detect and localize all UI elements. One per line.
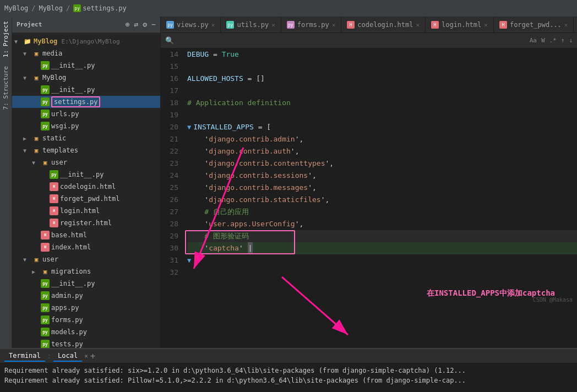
- sidebar-item-wsgi[interactable]: py wsgi.py: [12, 120, 160, 132]
- sidebar: Project ⊕ ⇄ ⚙ − ▼ 📁 MyBlog E:\Django\MyB…: [12, 17, 161, 348]
- sidebar-item-models[interactable]: py models.py: [12, 326, 160, 338]
- breadcrumb-myblog2[interactable]: MyBlog: [39, 4, 63, 12]
- terminal-tabs: Terminal : Local ✕ +: [0, 349, 577, 363]
- tab-views-close[interactable]: ✕: [211, 21, 215, 29]
- down-arrow[interactable]: ↓: [569, 37, 573, 44]
- sidebar-item-init-user[interactable]: py __init__.py: [12, 277, 160, 290]
- word-button[interactable]: W: [541, 37, 545, 44]
- terminal-tab-close-btn[interactable]: ✕: [84, 352, 88, 360]
- up-arrow[interactable]: ↑: [561, 37, 565, 44]
- breadcrumb-filename: settings.py: [83, 4, 126, 12]
- code-line-28: 'user.apps.UserConfig',: [187, 218, 577, 230]
- root-label: MyBlog E:\Django\MyBlog: [34, 37, 120, 45]
- tab-forms[interactable]: py forms.py ✕: [281, 17, 341, 32]
- sidebar-item-myblog[interactable]: ▼ ▣ MyBlog: [12, 72, 160, 84]
- aa-button[interactable]: Aa: [530, 37, 537, 44]
- sidebar-item-register[interactable]: H register.html: [12, 217, 160, 229]
- structure-tab[interactable]: 7: Structure: [1, 62, 11, 114]
- sidebar-item-settings[interactable]: py settings.py: [12, 96, 160, 108]
- tab-codelogin[interactable]: H codelogin.html ✕: [341, 17, 426, 32]
- tab-icon-views: py: [166, 21, 174, 29]
- sidebar-item-admin[interactable]: py admin.py: [12, 290, 160, 302]
- terminal-tab-terminal[interactable]: Terminal: [4, 351, 45, 362]
- sidebar-item-tests[interactable]: py tests.py: [12, 338, 160, 348]
- tab-views[interactable]: py views.py ✕: [161, 17, 221, 32]
- sidebar-item-init-media[interactable]: py __init__.py: [12, 59, 160, 72]
- code-line-18: # Application definition: [187, 97, 577, 109]
- code-line-23: 'django.contrib.contenttypes',: [187, 157, 577, 170]
- close-icon[interactable]: −: [151, 20, 156, 29]
- init-media-label: __init__.py: [51, 62, 95, 69]
- folder-icon-user-tpl: ▣: [41, 158, 50, 167]
- sidebar-item-urls[interactable]: py urls.py: [12, 108, 160, 120]
- sidebar-title: Project: [17, 21, 121, 28]
- html-icon-register: H: [50, 219, 58, 227]
- top-bar: MyBlog / MyBlog / py settings.py: [0, 0, 577, 17]
- apps-label: apps.py: [51, 304, 79, 312]
- terminal-line-1: Requirement already satisfied: six>=1.2.…: [4, 366, 573, 375]
- tab-utils-close[interactable]: ✕: [271, 21, 275, 29]
- tree-root[interactable]: ▼ 📁 MyBlog E:\Django\MyBlog: [12, 35, 160, 47]
- py-icon-apps: py: [41, 303, 50, 312]
- sidebar-item-apps[interactable]: py apps.py: [12, 302, 160, 314]
- index-label: index.html: [51, 243, 91, 251]
- tab-forms-close[interactable]: ✕: [332, 21, 336, 29]
- sidebar-item-init-myblog[interactable]: py __init__.py: [12, 84, 160, 96]
- project-tab[interactable]: 1: Project: [1, 17, 11, 62]
- admin-label: admin.py: [51, 292, 83, 300]
- code-line-30[interactable]: 'captcha' |: [187, 242, 577, 254]
- templates-label: templates: [42, 146, 78, 154]
- search-icon[interactable]: 🔍: [165, 36, 174, 45]
- init-user-label: __init__.py: [51, 280, 95, 287]
- code-line-24: 'django.contrib.sessions',: [187, 170, 577, 182]
- sidebar-item-base[interactable]: H base.html: [12, 229, 160, 241]
- tab-forget-close[interactable]: ✕: [564, 21, 568, 29]
- tab-icon-forms: py: [287, 21, 295, 29]
- terminal-add-btn[interactable]: +: [90, 351, 96, 361]
- code-line-17: [187, 85, 577, 97]
- tab-utils[interactable]: py utils.py ✕: [221, 17, 281, 32]
- tab-codelogin-label: codelogin.html: [357, 21, 413, 29]
- tab-utils-label: utils.py: [237, 21, 269, 29]
- sync-icon[interactable]: ⇄: [134, 20, 139, 29]
- sidebar-item-templates[interactable]: ▼ ▣ templates: [12, 144, 160, 156]
- code-line-26: 'django.contrib.staticfiles',: [187, 194, 577, 206]
- code-editor[interactable]: 14 15 16 17 18 19 20 21 22 23 24 25 26 2…: [161, 48, 577, 348]
- tab-login[interactable]: H login.html ✕: [426, 17, 494, 32]
- py-icon-urls: py: [41, 110, 50, 118]
- forget-pwd-label: forget_pwd.html: [60, 195, 119, 203]
- tab-bar: py views.py ✕ py utils.py ✕ py forms.py …: [161, 17, 577, 33]
- gear-icon[interactable]: ⚙: [143, 20, 147, 29]
- sidebar-item-media[interactable]: ▼ ▣ media: [12, 47, 160, 59]
- terminal-content[interactable]: Requirement already satisfied: six>=1.2.…: [0, 363, 577, 392]
- project-icon[interactable]: ⊕: [126, 20, 130, 29]
- breadcrumb-myblog1[interactable]: MyBlog: [4, 4, 28, 12]
- tab-codelogin-close[interactable]: ✕: [416, 21, 420, 29]
- migrations-label: migrations: [51, 268, 91, 275]
- py-icon-forms: py: [41, 315, 50, 324]
- sidebar-item-migrations[interactable]: ▶ ▣ migrations: [12, 265, 160, 277]
- sidebar-item-forget-pwd[interactable]: H forget_pwd.html: [12, 193, 160, 205]
- tab-login-close[interactable]: ✕: [484, 21, 488, 29]
- sidebar-item-user-app[interactable]: ▼ ▣ user: [12, 253, 160, 265]
- code-line-27: # 自己的应用: [187, 206, 577, 218]
- sidebar-item-static[interactable]: ▶ ▣ static: [12, 132, 160, 144]
- sidebar-item-forms[interactable]: py forms.py: [12, 314, 160, 326]
- py-icon-init-media: py: [41, 61, 50, 70]
- code-line-31: ▼]: [187, 254, 577, 266]
- tab-forget[interactable]: H forget_pwd... ✕: [494, 17, 574, 32]
- code-line-21: 'django.contrib.admin',: [187, 133, 577, 145]
- terminal-line-2: Requirement already satisfied: Pillow!=5…: [4, 375, 573, 385]
- sidebar-item-init-user-tpl[interactable]: py __init__.py: [12, 168, 160, 181]
- tab-icon-forget: H: [499, 21, 507, 29]
- regex-button[interactable]: .*: [549, 37, 557, 44]
- sidebar-tree: ▼ 📁 MyBlog E:\Django\MyBlog ▼ ▣ media py…: [12, 33, 160, 348]
- sidebar-item-login[interactable]: H login.html: [12, 205, 160, 217]
- media-label: media: [42, 50, 62, 57]
- terminal-tab-local[interactable]: Local: [53, 351, 82, 362]
- sidebar-item-user-tpl[interactable]: ▼ ▣ user: [12, 156, 160, 168]
- sidebar-item-codelogin[interactable]: H codelogin.html: [12, 181, 160, 193]
- sidebar-item-index[interactable]: H index.html: [12, 241, 160, 253]
- editor-toolbar: 🔍 Aa W .* ↑ ↓: [161, 33, 577, 48]
- breadcrumb-sep1: /: [31, 4, 35, 12]
